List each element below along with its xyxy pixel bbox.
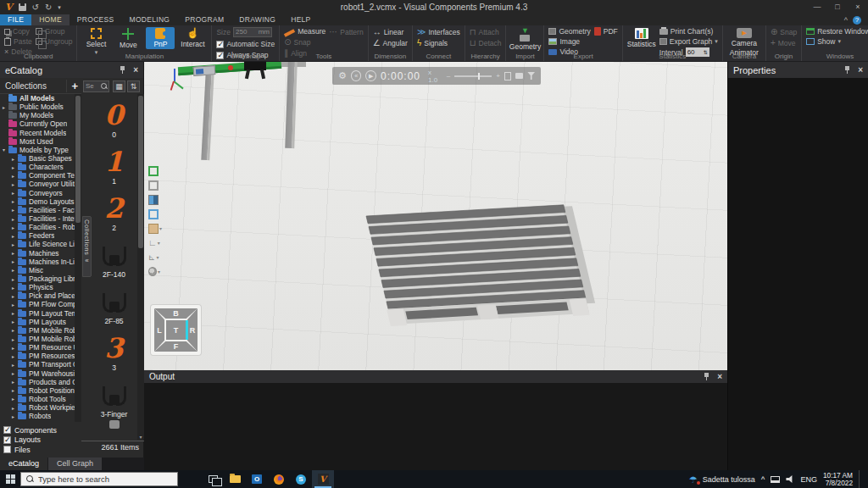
panel-close-icon[interactable]: ×: [133, 65, 138, 75]
filter-checkbox-row[interactable]: Files: [3, 445, 80, 455]
export-graph-button[interactable]: Export Graph▾: [659, 37, 718, 46]
volume-icon[interactable]: [786, 475, 794, 483]
catalog-item[interactable]: 2F-140: [91, 234, 137, 280]
undo-icon[interactable]: ↺: [32, 3, 39, 12]
tree-item[interactable]: ▸ Component Ten: [0, 171, 75, 180]
catalog-item[interactable]: [91, 420, 137, 439]
expand-arrow-icon[interactable]: ▸: [3, 104, 8, 110]
scroll-down-icon[interactable]: ▾: [137, 434, 144, 440]
ribbon-tab[interactable]: PROGRAM: [177, 14, 231, 25]
tree-item[interactable]: ▸ PM Flow Compo: [0, 300, 75, 308]
tree-item[interactable]: Currently Open: [0, 119, 75, 128]
close-button[interactable]: ×: [848, 0, 868, 14]
tree-item[interactable]: All Models: [0, 94, 75, 103]
speed-minus-icon[interactable]: –: [447, 72, 450, 80]
expand-arrow-icon[interactable]: ▸: [12, 181, 18, 187]
grid-view-button[interactable]: ▦: [113, 80, 125, 92]
render-mode-button[interactable]: ▾: [148, 223, 160, 234]
playback-settings-icon[interactable]: ⚙: [338, 71, 347, 80]
tree-item[interactable]: ▸ PM Warehousin: [0, 369, 75, 378]
signals-button[interactable]: ϟSignals: [417, 38, 460, 47]
filter-icon[interactable]: [527, 72, 535, 80]
tree-item[interactable]: ▸ Facilities - Interi: [0, 214, 75, 223]
expand-arrow-icon[interactable]: ▸: [12, 293, 18, 299]
tree-item[interactable]: ▸ Robot Workpiec: [0, 403, 75, 412]
grid-size-field[interactable]: 250mm: [233, 27, 272, 37]
expand-arrow-icon[interactable]: ▸: [12, 241, 18, 247]
expand-arrow-icon[interactable]: ▸: [12, 327, 18, 333]
record-icon[interactable]: [515, 73, 524, 79]
panel-close-icon[interactable]: ×: [717, 372, 722, 381]
tree-item[interactable]: ▸ PM Transport C: [0, 360, 75, 369]
tree-item[interactable]: ▸ Demo Layouts: [0, 197, 75, 206]
tree-item[interactable]: ▾ Models by Type: [0, 146, 75, 154]
weather-widget[interactable]: ☂ Sadetta tulossa: [689, 474, 755, 485]
tree-item[interactable]: ▸ Misc: [0, 266, 75, 274]
pnp-button[interactable]: PnP: [146, 27, 175, 49]
show-desktop-button[interactable]: [859, 470, 863, 488]
detach-button[interactable]: ⊔Detach: [470, 38, 502, 47]
firefox-button[interactable]: [268, 470, 290, 488]
sort-button[interactable]: ⇅: [127, 80, 140, 92]
tree-item[interactable]: ▸ Products and C: [0, 378, 75, 386]
redo-icon[interactable]: ↻: [45, 3, 52, 12]
grid-snap-checkbox[interactable]: Automatic Size: [216, 40, 275, 48]
import-geometry-button[interactable]: ▼ Geometry: [510, 27, 539, 52]
restore-windows-button[interactable]: Restore Windows: [806, 27, 868, 36]
move-button[interactable]: Move: [114, 27, 142, 50]
tree-item[interactable]: ▸ Public Models: [0, 103, 75, 111]
ribbon-tab[interactable]: MODELING: [122, 14, 178, 25]
angular-button[interactable]: ∠Angular: [373, 38, 408, 47]
ribbon-tab[interactable]: DRAWING: [231, 14, 283, 25]
tree-item[interactable]: ▸ Facilities - Robo: [0, 223, 75, 231]
origin-move-button[interactable]: +Move: [771, 38, 797, 47]
qat-dropdown-icon[interactable]: ▾: [58, 3, 61, 12]
expand-arrow-icon[interactable]: ▸: [12, 216, 18, 222]
world-origin-button[interactable]: ▾: [148, 266, 160, 277]
tray-expand-icon[interactable]: ^: [761, 475, 765, 483]
ungroup-button[interactable]: Ungroup: [36, 37, 73, 46]
collapse-ribbon-icon[interactable]: ^: [844, 16, 848, 25]
tree-item[interactable]: Recent Models: [0, 129, 75, 137]
tree-item[interactable]: ▸ Robot Tools: [0, 395, 75, 403]
paste-button[interactable]: Paste: [4, 37, 32, 46]
fullscreen-button[interactable]: [148, 208, 160, 219]
maximize-button[interactable]: □: [827, 0, 848, 14]
ribbon-tab[interactable]: HELP: [283, 14, 318, 25]
tree-item[interactable]: ▸ Conveyor Utiliti: [0, 180, 75, 188]
expand-arrow-icon[interactable]: ▸: [12, 396, 18, 402]
tree-item[interactable]: ▸ PM Resource Ut: [0, 343, 75, 352]
minimize-button[interactable]: —: [807, 0, 827, 14]
snap-button[interactable]: ⊙Snap: [284, 37, 326, 47]
pin-icon[interactable]: [703, 372, 710, 381]
pallet-model[interactable]: [144, 62, 727, 370]
expand-arrow-icon[interactable]: ▸: [12, 233, 18, 239]
expand-arrow-icon[interactable]: ▸: [12, 310, 18, 316]
expand-arrow-icon[interactable]: ▸: [12, 405, 18, 411]
panel-tab[interactable]: Cell Graph: [48, 458, 103, 470]
expand-arrow-icon[interactable]: ▸: [12, 387, 18, 393]
ribbon-tab[interactable]: PROCESS: [70, 14, 122, 25]
file-explorer-button[interactable]: [224, 470, 246, 488]
expand-arrow-icon[interactable]: ▸: [12, 207, 18, 213]
task-view-button[interactable]: [202, 470, 224, 488]
expand-arrow-icon[interactable]: ▸: [12, 267, 18, 273]
tree-item[interactable]: ▸ PM Layout Temp: [0, 309, 75, 318]
view-cube-top[interactable]: T: [166, 320, 186, 340]
visual-components-button[interactable]: V: [312, 470, 334, 488]
export-image-button[interactable]: Image: [548, 37, 590, 46]
tree-item[interactable]: ▸ Robot Positione: [0, 386, 75, 395]
tree-item[interactable]: ▸ Feeders: [0, 231, 75, 240]
expand-arrow-icon[interactable]: ▸: [12, 345, 18, 351]
tree-item[interactable]: My Models: [0, 111, 75, 119]
help-icon[interactable]: ?: [853, 16, 861, 25]
tree-item[interactable]: ▸ PM Mobile Rob: [0, 326, 75, 335]
expand-arrow-icon[interactable]: ▸: [12, 319, 18, 324]
expand-arrow-icon[interactable]: ▾: [3, 147, 8, 152]
add-collection-button[interactable]: +: [66, 80, 81, 92]
origin-snap-button[interactable]: ⊕Snap: [771, 27, 797, 36]
expand-arrow-icon[interactable]: ▸: [12, 353, 18, 359]
catalog-item[interactable]: 3-Finger: [91, 374, 137, 420]
pattern-button[interactable]: ⋯Pattern: [329, 27, 363, 36]
expand-arrow-icon[interactable]: ▸: [12, 190, 18, 196]
